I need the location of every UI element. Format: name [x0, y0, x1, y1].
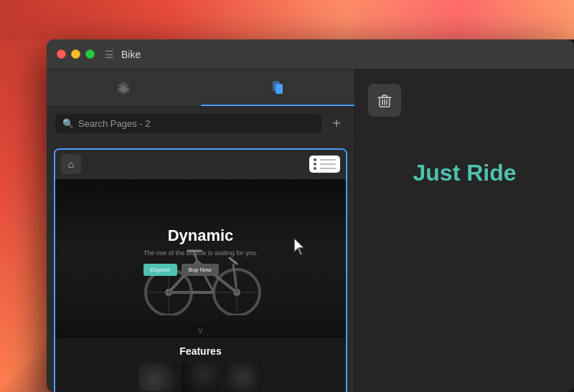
scroll-indicator: ∨	[55, 322, 346, 338]
search-icon: 🔍	[62, 118, 74, 129]
layers-icon	[116, 80, 131, 95]
page-card-dynamic[interactable]: ⌂	[54, 148, 347, 392]
tab-layers[interactable]	[47, 70, 201, 106]
search-box[interactable]: 🔍 Search Pages - 2	[55, 114, 321, 133]
svg-marker-21	[294, 238, 304, 255]
options-line	[320, 168, 336, 169]
feature-thumb-1	[138, 363, 178, 391]
options-dot	[314, 163, 316, 166]
add-page-button[interactable]: +	[327, 115, 346, 133]
features-section: Features	[55, 338, 346, 392]
explore-button[interactable]: Explore	[144, 264, 177, 276]
feature-img-3	[223, 363, 263, 391]
pages-list: ⌂	[47, 141, 354, 392]
desktop-top-bar	[0, 0, 574, 39]
preview-bg: Dynamic The rise of the bicycle is waiti…	[55, 179, 346, 322]
close-button[interactable]	[57, 49, 66, 59]
app-window: ☰ Bike	[47, 39, 574, 392]
trash-icon	[377, 92, 392, 108]
features-grid	[62, 363, 339, 391]
preview-buttons: Explore Buy Now	[144, 264, 258, 276]
right-panel: Just Ride	[355, 70, 574, 392]
options-dot	[314, 158, 316, 161]
traffic-lights	[57, 49, 95, 59]
title-bar: ☰ Bike	[47, 39, 574, 70]
feature-img-2	[181, 363, 220, 391]
search-placeholder: Search Pages - 2	[78, 118, 150, 129]
page-options-button[interactable]	[309, 156, 340, 173]
feature-thumb-3	[223, 363, 263, 391]
feature-thumb-2	[181, 363, 220, 391]
home-icon: ⌂	[61, 154, 81, 174]
hamburger-icon[interactable]: ☰	[105, 49, 114, 60]
window-title: Bike	[121, 49, 141, 60]
maximize-button[interactable]	[85, 49, 95, 59]
minimize-button[interactable]	[71, 49, 80, 59]
options-row-1	[314, 158, 336, 161]
page-card-header: ⌂	[55, 150, 346, 179]
cursor	[293, 236, 310, 257]
pages-icon	[270, 80, 286, 95]
home-symbol: ⌂	[68, 158, 74, 170]
buy-button[interactable]: Buy Now	[182, 264, 219, 276]
options-line	[320, 163, 336, 165]
main-content: 🔍 Search Pages - 2 + ⌂	[47, 70, 574, 392]
options-dot	[314, 167, 316, 170]
preview-subtitle: The rise of the bicycle is waiting for y…	[144, 249, 258, 257]
feature-img-1	[138, 363, 178, 391]
delete-button[interactable]	[368, 84, 401, 117]
features-title: Features	[62, 345, 339, 357]
preview-title: Dynamic	[144, 226, 258, 245]
tab-pages[interactable]	[201, 70, 355, 106]
search-area: 🔍 Search Pages - 2 +	[47, 107, 354, 141]
options-line	[320, 159, 336, 161]
just-ride-title: Just Ride	[413, 160, 516, 186]
tab-bar	[47, 70, 354, 107]
options-row-2	[314, 163, 336, 166]
options-row-3	[314, 167, 336, 170]
svg-rect-4	[276, 84, 283, 94]
page-preview: Dynamic The rise of the bicycle is waiti…	[55, 179, 346, 322]
left-panel: 🔍 Search Pages - 2 + ⌂	[47, 70, 355, 392]
